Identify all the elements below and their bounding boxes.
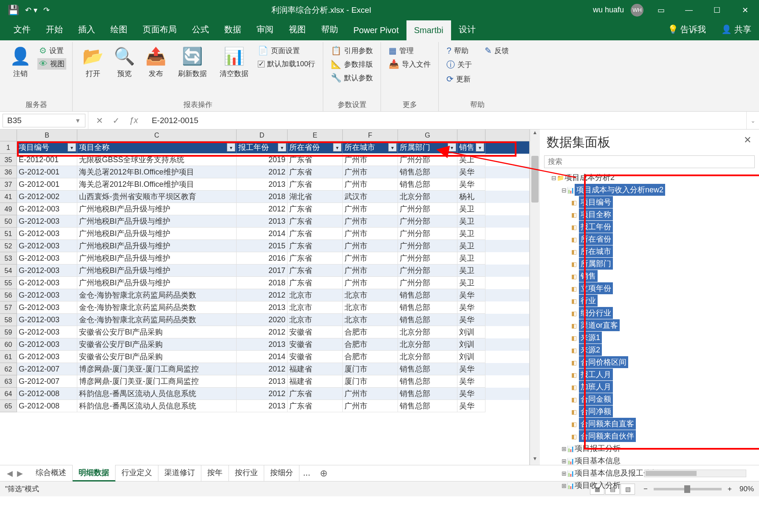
table-header[interactable]: 销售▾: [457, 141, 485, 154]
tree-field[interactable]: ◧报工人月: [544, 369, 755, 381]
cell[interactable]: 2013: [237, 301, 288, 314]
row-header[interactable]: 37: [0, 178, 17, 191]
cell[interactable]: 广东省: [288, 203, 343, 215]
panel-search-input[interactable]: [544, 155, 755, 168]
accept-formula-icon[interactable]: ✓: [113, 115, 120, 126]
cell[interactable]: 销售总部: [398, 400, 457, 412]
table-header[interactable]: 所在城市▾: [343, 141, 398, 154]
select-all[interactable]: [0, 129, 17, 141]
cell[interactable]: 安徽省: [288, 338, 343, 351]
cell[interactable]: 2020: [237, 314, 288, 326]
cell[interactable]: 北京市: [343, 301, 398, 314]
tree-field[interactable]: ◧来源2: [544, 344, 755, 356]
cell[interactable]: 广州市: [343, 277, 398, 289]
tree-field[interactable]: ◧行业: [544, 295, 755, 307]
sheet-nav-prev-icon[interactable]: ◀: [7, 469, 13, 478]
cell[interactable]: 合肥市: [343, 326, 398, 338]
vertical-scrollbar[interactable]: ▲ ▼: [530, 129, 540, 465]
fx-icon[interactable]: ƒx: [129, 115, 138, 125]
tree-field[interactable]: ◧渠道or直客: [544, 319, 755, 332]
cell[interactable]: 广东省: [288, 154, 343, 166]
row-header[interactable]: 62: [0, 363, 17, 375]
cell[interactable]: G-2012-003: [17, 301, 77, 314]
cell[interactable]: G-2012-003: [17, 203, 77, 215]
row-header[interactable]: 36: [0, 166, 17, 178]
cell[interactable]: 北京市: [343, 314, 398, 326]
quote-param-button[interactable]: 📋引用参数: [329, 45, 375, 56]
clear-button[interactable]: 📊清空数据: [214, 45, 254, 80]
tab-home[interactable]: 开始: [38, 19, 71, 40]
cell[interactable]: 销售总部: [398, 375, 457, 388]
cell[interactable]: 刘训: [457, 338, 485, 351]
cell[interactable]: 销售总部: [398, 363, 457, 375]
default-param-button[interactable]: 🔧默认参数: [329, 72, 375, 84]
cell[interactable]: 2013: [237, 178, 288, 191]
col-header[interactable]: F: [343, 129, 398, 141]
ribbon-opts-icon[interactable]: ▭: [650, 0, 672, 20]
publish-button[interactable]: 📤发布: [141, 45, 170, 80]
table-header[interactable]: 报工年份▾: [237, 141, 288, 154]
avatar[interactable]: WH: [631, 4, 643, 17]
add-sheet-button[interactable]: ⊕: [314, 468, 333, 479]
tell-me[interactable]: 💡 告诉我: [660, 19, 714, 40]
cell[interactable]: 吴华: [457, 289, 485, 301]
save-icon[interactable]: 💾: [8, 5, 19, 16]
cell[interactable]: 2017: [237, 265, 288, 277]
cell[interactable]: 北京市: [288, 314, 343, 326]
cell[interactable]: 广州市: [343, 215, 398, 228]
redo-icon[interactable]: ↷: [43, 6, 50, 15]
cell[interactable]: 刘训: [457, 351, 485, 363]
cell[interactable]: 博彦网鼎-厦门美亚-厦门工商局监控: [77, 363, 237, 375]
import-button[interactable]: 📥导入文件: [387, 58, 432, 70]
cell[interactable]: 博彦网鼎-厦门美亚-厦门工商局监控: [77, 375, 237, 388]
cell[interactable]: 北京分部: [398, 351, 457, 363]
filter-icon[interactable]: ▾: [448, 143, 456, 152]
row-header[interactable]: 41: [0, 191, 17, 203]
col-header[interactable]: D: [237, 129, 288, 141]
cell[interactable]: 吴卫: [457, 215, 485, 228]
cell[interactable]: G-2012-003: [17, 289, 77, 301]
tree-field[interactable]: ◧细分行业: [544, 307, 755, 319]
row-header[interactable]: 56: [0, 289, 17, 301]
cell[interactable]: 2013: [237, 338, 288, 351]
row-header[interactable]: 49: [0, 203, 17, 215]
hscroll-thumb[interactable]: [646, 471, 697, 476]
tree-field[interactable]: ◧合同净额: [544, 405, 755, 418]
col-header[interactable]: G: [398, 129, 457, 141]
row-header[interactable]: 53: [0, 252, 17, 265]
cell[interactable]: G-2012-003: [17, 228, 77, 240]
cell[interactable]: 2012: [237, 388, 288, 400]
tree-node[interactable]: ⊞📊项目收入分析: [544, 479, 755, 492]
cell[interactable]: 北京分部: [398, 338, 457, 351]
row-header[interactable]: 35: [0, 154, 17, 166]
undo-icon[interactable]: ↶ ▾: [25, 6, 37, 15]
cell[interactable]: G-2012-001: [17, 166, 77, 178]
row-header[interactable]: 1: [0, 141, 17, 154]
row-header[interactable]: 52: [0, 240, 17, 252]
col-header[interactable]: B: [17, 129, 77, 141]
cell[interactable]: 销售总部: [398, 166, 457, 178]
tree-field[interactable]: ◧合同额来自直客: [544, 418, 755, 430]
cell[interactable]: 广州分部: [398, 228, 457, 240]
cell[interactable]: 广州分部: [398, 240, 457, 252]
cell[interactable]: 吴卫: [457, 252, 485, 265]
cell[interactable]: 金仓-海协智康北京药监局药品类数: [77, 301, 237, 314]
cell[interactable]: 广东省: [288, 388, 343, 400]
cell[interactable]: 销售总部: [398, 289, 457, 301]
maximize-icon[interactable]: ☐: [706, 0, 728, 20]
cell[interactable]: 北京市: [288, 301, 343, 314]
cell[interactable]: 福建省: [288, 375, 343, 388]
cell[interactable]: 山西寰烁-贵州省安顺市平坝区教育: [77, 191, 237, 203]
cell[interactable]: 厦门市: [343, 363, 398, 375]
tree-field[interactable]: ◧报工年份: [544, 221, 755, 233]
expand-formula-icon[interactable]: ⌄: [746, 112, 759, 129]
cell[interactable]: 广东省: [288, 228, 343, 240]
cell[interactable]: 安徽省公安厅BI产品采购: [77, 326, 237, 338]
cell[interactable]: 2012: [237, 363, 288, 375]
cell[interactable]: 2015: [237, 240, 288, 252]
cell[interactable]: 广州分部: [398, 252, 457, 265]
filter-icon[interactable]: ▾: [68, 143, 76, 152]
cell[interactable]: 合肥市: [343, 338, 398, 351]
cell[interactable]: 2014: [237, 228, 288, 240]
table-header[interactable]: 项目全称▾: [77, 141, 237, 154]
